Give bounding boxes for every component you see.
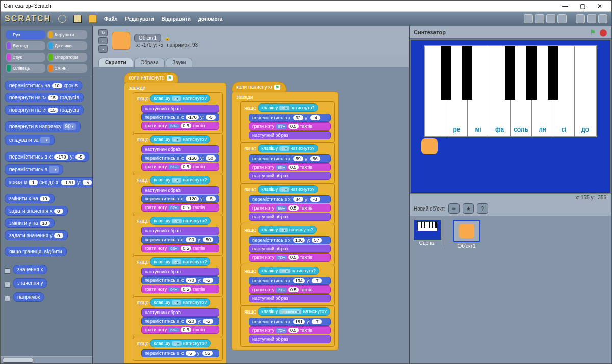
if-block[interactable]: якщо клавішу s натиснуто?наступний образ… [133,133,223,174]
save-icon[interactable] [73,15,82,23]
key-pressed-sensor[interactable]: клавішу v натиснуто? [150,298,210,306]
green-flag-icon[interactable]: ⚑ [590,28,596,36]
block-follow[interactable]: слідувати за [5,135,55,145]
block-glide[interactable]: ковзати1сек до x:-170y:-5 [5,177,92,187]
forever-block[interactable]: завждиякщо клавішу b натиснуто?перемісти… [232,92,338,350]
next-costume-block[interactable]: наступний образ [141,105,219,113]
category-Звук[interactable]: Звук [6,53,45,62]
sprite-list-item[interactable]: Об'єкт1 [451,220,482,249]
play-note-block[interactable]: грати ноту 69 0.5 тактів [249,204,331,212]
next-costume-block[interactable]: наступний образ [141,145,219,153]
key-pressed-sensor[interactable]: клавішу s натиснуто? [150,135,210,143]
folder-icon[interactable] [89,15,97,23]
if-block[interactable]: якщо клавішу m натиснуто?переміститись в… [240,265,335,306]
rotate-style-2[interactable]: ↔ [98,37,108,44]
block-turn-right[interactable]: повернути на↻15градусів [5,93,84,102]
reporter-y[interactable]: значення y [5,278,88,291]
if-block[interactable]: якщо клавішу b натиснуто?переміститись в… [240,101,335,143]
goto-block[interactable]: переміститись в x: -70 y: -5 [141,276,219,284]
forever-block[interactable]: завждиякщо клавішу z натиснуто?наступний… [124,83,226,363]
block-set-y[interactable]: задати значення y0 [5,230,68,240]
block-bounce[interactable]: якщо границя, відбити [5,247,67,256]
menu-help[interactable]: допомога [198,16,223,22]
key-pressed-sensor[interactable]: клавішу d натиснуто? [150,217,210,225]
if-block[interactable]: якщо клавішу n натиснуто?переміститись в… [240,183,335,224]
block-change-x[interactable]: змінити x на10 [5,194,55,203]
rotate-style-1[interactable]: ↻ [98,29,108,36]
menu-file[interactable]: Файл [104,16,118,22]
goto-block[interactable]: переміститись в x: 181 y: -7 [249,318,331,326]
black-key[interactable] [441,46,451,100]
reporter-direction[interactable]: напрямок [5,292,88,304]
goto-block[interactable]: переміститись в x: -120 y: -5 [141,195,219,203]
play-note-block[interactable]: грати ноту 68 0.5 тактів [249,163,331,171]
goto-block[interactable]: переміститись в x: 84 y: -3 [249,195,331,203]
key-pressed-sensor[interactable]: клавішу b натиснуто? [258,103,318,112]
block-move[interactable]: переміститись на10кроків [5,81,82,90]
rotate-style-3[interactable]: • [98,45,108,53]
globe-icon[interactable] [58,15,66,23]
tab-scripts[interactable]: Скрипти [98,58,133,67]
category-Вигляд[interactable]: Вигляд [6,41,45,50]
key-pressed-sensor[interactable]: клавішу n натиснуто? [258,185,318,193]
when-flag-clicked[interactable]: коли натиснуто ⚑ [124,72,178,83]
white-key[interactable]: до [575,46,596,136]
key-pressed-sensor[interactable]: клавішу h натиснуто? [258,144,318,152]
next-costume-block[interactable]: наступний образ [249,294,331,302]
reporter-x[interactable]: значення x [5,265,88,277]
block-goto-xy[interactable]: переміститись в x:-170y:-5 [5,152,89,162]
stage-sprite[interactable] [421,138,438,154]
play-note-block[interactable]: грати ноту 60 0.5 тактів [141,122,219,130]
key-pressed-sensor[interactable]: клавішу пропуск натиснуто? [258,307,330,316]
black-key[interactable] [505,46,515,100]
goto-block[interactable]: переміститись в x: -20 y: -5 [141,317,219,325]
play-note-block[interactable]: грати ноту 62 0.5 тактів [141,203,219,212]
view-mode-3-icon[interactable] [598,14,607,23]
category-Змінні[interactable]: Змінні [47,64,87,73]
stage-thumbnail[interactable]: Сцена [414,220,444,246]
next-costume-block[interactable]: наступний образ [249,131,331,139]
goto-block[interactable]: переміститись в x: 134 y: -7 [249,277,331,285]
paint-sprite-icon[interactable]: ✏ [448,203,460,214]
play-note-block[interactable]: грати ноту 61 0.5 тактів [141,163,219,171]
stage[interactable]: реміфасольлясідо [411,40,610,193]
if-block[interactable]: якщо клавішу пропуск натиснуто?перемісти… [240,305,335,347]
import-sprite-icon[interactable]: ★ [463,203,474,214]
play-note-block[interactable]: грати ноту 64 0.5 тактів [141,285,219,293]
goto-block[interactable]: переміститись в x: -170 y: -5 [141,113,219,121]
play-note-block[interactable]: грати ноту 70 0.5 тактів [249,253,331,262]
goto-block[interactable]: переміститись в x: 106 y: 57 [249,236,331,244]
palette-scrollbar[interactable] [1,356,92,363]
block-set-x[interactable]: задати значення x0 [5,206,68,216]
sprite-name[interactable]: Об'єкт1 [134,34,161,42]
play-note-block[interactable]: грати ноту 72 0.5 тактів [249,326,331,334]
goto-block[interactable]: переміститись в x: 6 y: 55 [141,349,219,357]
block-goto[interactable]: переміститись в [5,164,63,175]
next-costume-block[interactable]: наступний образ [141,308,219,317]
next-costume-block[interactable]: наступний образ [249,335,331,343]
goto-block[interactable]: переміститись в x: -150 y: 50 [141,154,219,162]
next-costume-block[interactable]: наступний образ [141,268,219,276]
if-block[interactable]: якщо клавішу d натиснуто?наступний образ… [133,215,223,256]
menu-share[interactable]: Відправити [161,16,190,22]
play-note-block[interactable]: грати ноту 65 0.5 тактів [141,326,219,334]
block-change-y[interactable]: змінити y на10 [5,218,55,228]
resize-tool-icon[interactable] [546,14,555,23]
next-costume-block[interactable]: наступний образ [141,186,219,194]
next-costume-block[interactable]: наступний образ [249,245,331,253]
next-costume-block[interactable]: наступний образ [249,213,331,221]
play-note-block[interactable]: грати ноту 63 0.5 тактів [141,244,219,252]
if-block[interactable]: якщо клавішу v натиснуто?наступний образ… [133,296,223,337]
when-flag-clicked[interactable]: коли натиснуто ⚑ [232,82,286,92]
key-pressed-sensor[interactable]: клавішу x натиснуто? [150,176,210,184]
goto-block[interactable]: переміститись в x: 59 y: 56 [249,154,331,163]
category-Керувати[interactable]: Керувати [47,30,87,39]
sprite-thumbnail[interactable] [112,32,130,50]
zoom-tool-icon[interactable] [535,14,544,23]
tab-costumes[interactable]: Образи [134,58,165,67]
if-block[interactable]: якщо клавішу g натиснуто?переміститись в… [133,337,223,361]
fullscreen-tool-icon[interactable] [557,14,567,23]
category-Датчики[interactable]: Датчики [47,41,87,50]
window-maximize[interactable]: ▢ [574,3,591,10]
stop-icon[interactable]: ⬤ [599,28,607,36]
